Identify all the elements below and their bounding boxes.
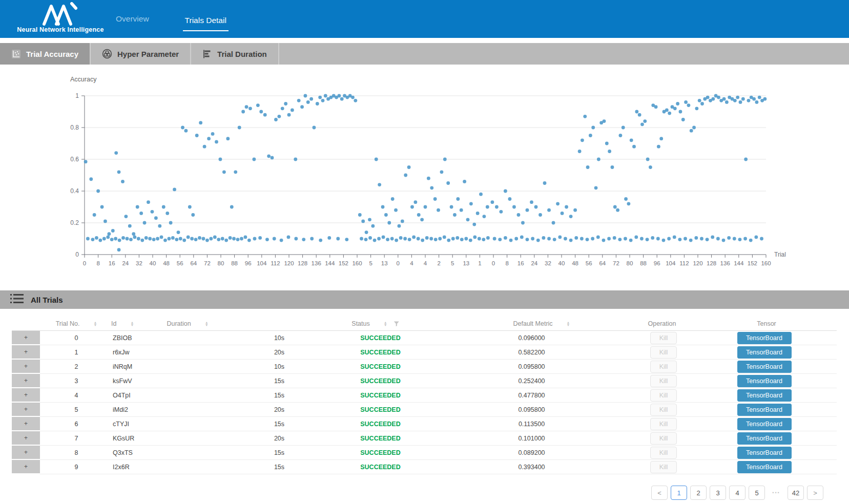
kill-button[interactable]: Kill <box>650 332 677 344</box>
scatter-point <box>440 170 444 174</box>
scatter-point <box>711 236 714 239</box>
scatter-point <box>98 239 102 242</box>
kill-button[interactable]: Kill <box>650 375 677 387</box>
subtab-trial-accuracy[interactable]: Trial Accuracy <box>0 43 91 65</box>
expand-row-button[interactable]: + <box>12 431 40 446</box>
expand-row-button[interactable]: + <box>12 446 40 460</box>
tensorboard-button[interactable]: TensorBoard <box>737 461 792 473</box>
kill-button[interactable]: Kill <box>650 447 677 459</box>
trial-id-cell: iMdi2 <box>113 403 225 417</box>
scatter-point <box>213 236 217 239</box>
scatter-point <box>695 107 698 110</box>
sort-icon[interactable]: ▲▼ <box>205 321 209 326</box>
subtab-trial-duration[interactable]: Trial Duration <box>191 43 279 65</box>
scatter-point <box>564 237 567 241</box>
scatter-point <box>253 158 256 161</box>
scatter-point <box>91 238 95 241</box>
tensorboard-button[interactable]: TensorBoard <box>737 361 792 373</box>
tab-overview[interactable]: Overview <box>114 11 151 27</box>
expand-row-button[interactable]: + <box>12 388 40 403</box>
scatter-point <box>508 197 512 201</box>
expand-row-button[interactable]: + <box>12 345 40 360</box>
page-button-4[interactable]: 4 <box>729 486 746 500</box>
scatter-point <box>638 113 641 117</box>
column-label: Duration <box>167 320 191 327</box>
tensorboard-button[interactable]: TensorBoard <box>737 375 792 387</box>
x-tick-label: 0 <box>397 260 400 266</box>
scatter-point <box>243 236 247 239</box>
expand-row-button[interactable]: + <box>12 374 40 388</box>
tab-trials-detail[interactable]: Trials Detail <box>183 13 229 31</box>
scatter-point <box>586 165 590 169</box>
expand-row-button[interactable]: + <box>12 460 40 474</box>
scatter-point <box>547 237 551 241</box>
nni-logo: Neural Network Intelligence <box>14 2 107 33</box>
scatter-point <box>211 132 215 136</box>
tensorboard-button[interactable]: TensorBoard <box>737 404 792 416</box>
scatter-point <box>678 238 681 241</box>
scatter-point <box>316 102 319 106</box>
tensorboard-button[interactable]: TensorBoard <box>737 346 792 359</box>
kill-button[interactable]: Kill <box>650 346 677 359</box>
duration-cell: 10s <box>225 331 333 345</box>
column-label: Trial No. <box>56 320 80 327</box>
tensorboard-button[interactable]: TensorBoard <box>737 418 792 430</box>
scatter-point <box>509 239 513 242</box>
page-button-5[interactable]: 5 <box>749 486 765 500</box>
filter-icon[interactable] <box>394 321 400 327</box>
prev-page-button[interactable]: < <box>651 486 668 500</box>
expand-row-button[interactable]: + <box>12 417 40 431</box>
scatter-point <box>187 236 190 239</box>
scatter-point <box>605 142 609 145</box>
expand-row-button[interactable]: + <box>12 360 40 374</box>
scatter-point <box>498 238 502 241</box>
tensorboard-button[interactable]: TensorBoard <box>737 447 792 459</box>
x-tick-label: 48 <box>572 260 578 266</box>
sort-icon[interactable]: ▲▼ <box>93 321 97 326</box>
subtab-hyper-parameter[interactable]: Hyper Parameter <box>91 43 191 65</box>
scatter-point <box>453 213 457 217</box>
sort-icon[interactable]: ▲▼ <box>567 321 570 326</box>
page-button-1[interactable]: 1 <box>671 486 687 500</box>
operation-cell: Kill <box>635 331 692 345</box>
scatter-point <box>495 205 499 209</box>
tensorboard-button[interactable]: TensorBoard <box>737 332 792 344</box>
scatter-point <box>302 238 305 241</box>
kill-button[interactable]: Kill <box>650 404 677 416</box>
kill-button[interactable]: Kill <box>650 461 677 473</box>
sort-icon[interactable]: ▲▼ <box>130 321 134 326</box>
next-page-button[interactable]: > <box>807 486 823 500</box>
expand-row-button[interactable]: + <box>12 403 40 417</box>
kill-button[interactable]: Kill <box>650 418 677 430</box>
operation-cell: Kill <box>635 345 692 360</box>
tensorboard-button[interactable]: TensorBoard <box>737 389 792 402</box>
scatter-point <box>365 230 368 234</box>
page-button-3[interactable]: 3 <box>710 486 726 500</box>
scatter-point <box>190 237 194 241</box>
scatter-point <box>460 238 464 241</box>
kill-button[interactable]: Kill <box>650 389 677 402</box>
scatter-point <box>107 232 111 236</box>
x-tick-label: 152 <box>339 260 348 266</box>
expand-row-button[interactable]: + <box>12 331 40 345</box>
scatter-point <box>151 210 154 214</box>
trial-id-cell: ZBIOB <box>113 331 225 345</box>
tensorboard-button[interactable]: TensorBoard <box>737 432 792 445</box>
scatter-point <box>340 97 344 101</box>
scatter-point <box>364 238 368 241</box>
kill-button[interactable]: Kill <box>650 361 677 373</box>
x-tick-label: 8 <box>505 260 508 266</box>
default-metric-cell: 0.095800 <box>428 403 635 417</box>
scatter-point <box>619 134 623 137</box>
scatter-point <box>236 238 240 241</box>
scatter-point <box>291 109 294 112</box>
sort-icon[interactable]: ▲▼ <box>384 321 387 326</box>
kill-button[interactable]: Kill <box>650 432 677 445</box>
table-row: +5iMdi220sSUCCEEDED0.095800KillTensorBoa… <box>12 403 837 417</box>
operation-cell: Kill <box>635 417 692 431</box>
scatter-point <box>602 239 606 242</box>
status-badge: SUCCEEDED <box>333 431 428 446</box>
scatter-point <box>690 129 693 133</box>
page-button-42[interactable]: 42 <box>788 486 804 500</box>
page-button-2[interactable]: 2 <box>690 486 707 500</box>
